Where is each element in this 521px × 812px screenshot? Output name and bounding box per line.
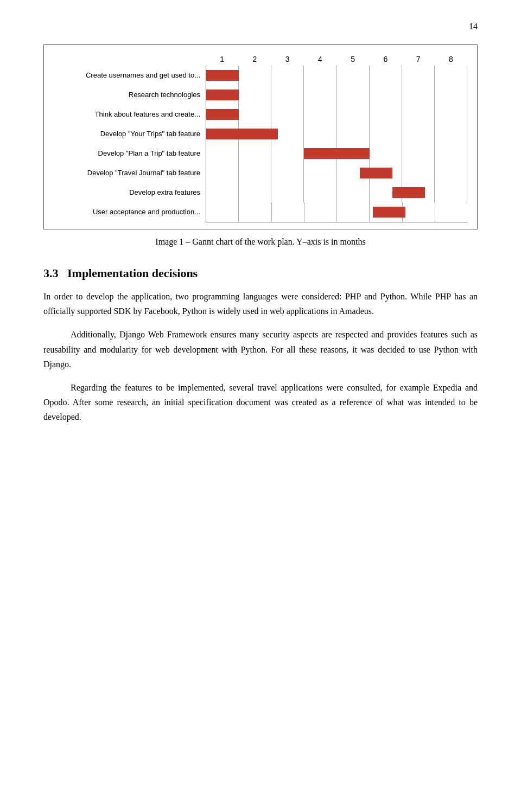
gantt-row-label: User acceptance and production... — [54, 208, 206, 216]
gantt-row: Think about features and create... — [54, 105, 467, 124]
gantt-bars — [206, 183, 467, 202]
gantt-row: Develop extra features — [54, 183, 467, 202]
gantt-col-8: 8 — [435, 55, 467, 63]
gantt-row: Research technologies — [54, 85, 467, 105]
gantt-col-7: 7 — [402, 55, 435, 63]
gantt-row-label: Research technologies — [54, 91, 206, 99]
gantt-row-label: Develop extra features — [54, 188, 206, 197]
paragraph-1: In order to develop the application, two… — [43, 289, 478, 318]
gantt-bars — [206, 202, 467, 222]
gantt-wrapper: 1 2 3 4 5 6 7 8 Create usernames and get… — [54, 55, 467, 222]
gantt-row-label: Develop "Your Trips" tab feature — [54, 130, 206, 138]
gantt-col-4: 4 — [304, 55, 336, 63]
gantt-row: Develop "Your Trips" tab feature — [54, 124, 467, 144]
gantt-col-2: 2 — [238, 55, 271, 63]
gantt-col-5: 5 — [336, 55, 369, 63]
gantt-row-label: Create usernames and get used to... — [54, 71, 206, 80]
gantt-row: Develop "Plan a Trip" tab feature — [54, 144, 467, 163]
gantt-bars — [206, 163, 467, 183]
gantt-row: Create usernames and get used to... — [54, 66, 467, 85]
gantt-bars — [206, 144, 467, 163]
gantt-bars — [206, 124, 467, 144]
gantt-bottom-line — [206, 222, 467, 222]
chart-caption: Image 1 – Gannt chart of the work plan. … — [43, 237, 478, 247]
gantt-row-label: Develop "Plan a Trip" tab feature — [54, 149, 206, 158]
paragraph-2: Additionally, Django Web Framework ensur… — [43, 327, 478, 372]
paragraph-3: Regarding the features to be implemented… — [43, 380, 478, 425]
page-number: 14 — [43, 22, 478, 31]
section-number: 3.3 — [43, 266, 59, 280]
gantt-col-6: 6 — [369, 55, 402, 63]
gantt-col-3: 3 — [271, 55, 304, 63]
gantt-bars — [206, 66, 467, 85]
gantt-row-label: Think about features and create... — [54, 110, 206, 119]
gantt-header: 1 2 3 4 5 6 7 8 — [206, 55, 467, 63]
gantt-col-1: 1 — [206, 55, 238, 63]
gantt-bars — [206, 85, 467, 105]
gantt-row: User acceptance and production... — [54, 202, 467, 222]
gantt-bars — [206, 105, 467, 124]
gantt-chart: 1 2 3 4 5 6 7 8 Create usernames and get… — [43, 44, 478, 229]
gantt-row: Develop "Travel Journal" tab feature — [54, 163, 467, 183]
gantt-row-label: Develop "Travel Journal" tab feature — [54, 169, 206, 177]
section-title: Implementation decisions — [67, 266, 198, 280]
section-heading: 3.3 Implementation decisions — [43, 266, 478, 280]
